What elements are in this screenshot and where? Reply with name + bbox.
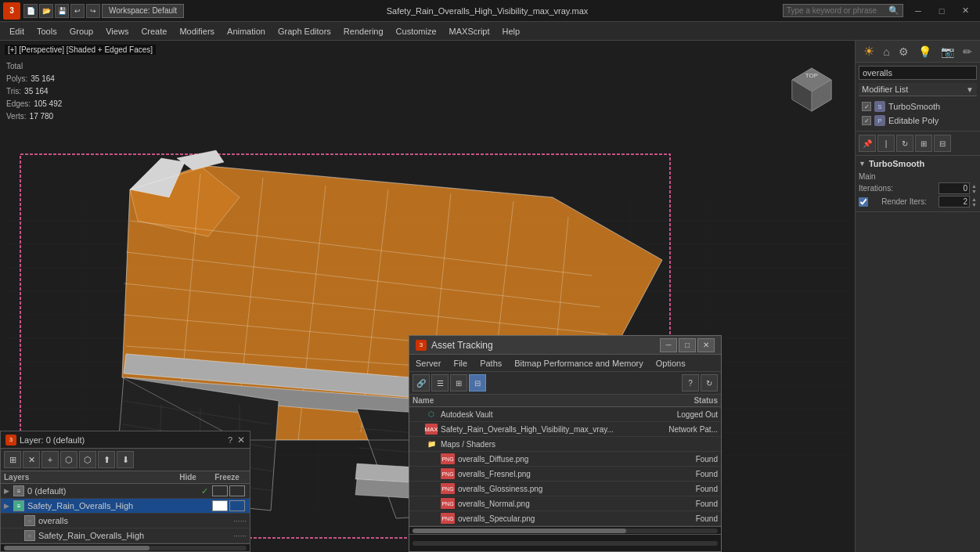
asset-row-specular[interactable]: PNG overalls_Specular.png Found [409, 511, 721, 526]
rp-select-button[interactable]: | [877, 135, 895, 152]
asset-row-main-file[interactable]: MAX Safety_Rain_Overalls_High_Visibility… [409, 422, 721, 437]
layers-move-up-button[interactable]: ⬆ [98, 451, 115, 468]
layers-add-button[interactable]: + [41, 451, 59, 468]
asset-scrollbar-thumb[interactable] [413, 529, 626, 533]
viewport-label[interactable]: [+] [Perspective] [Shaded + Edged Faces] [5, 45, 156, 55]
layers-scrollbar-thumb[interactable] [4, 546, 150, 550]
layer-expand-icon[interactable]: ▶ [4, 487, 13, 495]
iterations-up-arrow[interactable]: ▲ [971, 183, 977, 189]
layer-freeze-box[interactable] [229, 500, 245, 511]
asset-scrollbar[interactable] [409, 526, 721, 534]
undo-button[interactable]: ↩ [70, 4, 85, 18]
rp-icon-5[interactable]: 📷 [941, 45, 954, 58]
asset-row-glossiness[interactable]: PNG overalls_Glossiness.png Found [409, 482, 721, 496]
rp-icon-3[interactable]: ⚙ [899, 45, 909, 58]
rp-extra-button[interactable]: ⊟ [934, 135, 951, 152]
asset-menu-options[interactable]: Options [650, 357, 692, 370]
redo-button[interactable]: ↪ [86, 4, 100, 18]
menu-tools[interactable]: Tools [31, 25, 63, 38]
layers-delete-button[interactable]: ✕ [23, 451, 40, 468]
layer-row-0-default[interactable]: ▶ ≡ 0 (default) ✓ [1, 484, 250, 499]
layer-row-safety[interactable]: ▶ ≡ Safety_Rain_Overalls_High [1, 499, 250, 514]
asset-refresh-btn[interactable]: ↻ [701, 374, 718, 391]
rp-icon-4[interactable]: 💡 [918, 45, 931, 58]
asset-btn-1[interactable]: 🔗 [413, 374, 430, 391]
modifier-turbosmoooth[interactable]: ✓ S TurboSmooth [859, 99, 977, 114]
render-iters-input[interactable]: 2 [939, 196, 970, 207]
layer-freeze-box[interactable] [229, 485, 245, 496]
rp-icon-6[interactable]: ✏ [963, 45, 972, 58]
modifier-checkbox[interactable]: ✓ [862, 102, 871, 111]
layers-close-button[interactable]: ✕ [237, 435, 245, 446]
render-iters-up-arrow[interactable]: ▲ [971, 197, 977, 202]
section-collapse-icon[interactable]: ▼ [859, 160, 866, 168]
layers-scrollbar[interactable] [1, 543, 250, 551]
workspace-selector[interactable]: Workspace: Default [102, 4, 184, 18]
layer-hide-box[interactable] [212, 500, 228, 511]
maximize-button[interactable]: □ [930, 2, 953, 20]
layer-hide-box[interactable] [212, 485, 228, 496]
layers-select-button[interactable]: ⊞ [4, 451, 21, 468]
modifier-checkbox[interactable]: ✓ [862, 116, 871, 125]
layers-help-button[interactable]: ? [228, 435, 232, 445]
search-box[interactable]: 🔍 [783, 4, 903, 17]
menu-group[interactable]: Group [63, 25, 100, 38]
new-button[interactable]: 📄 [23, 4, 38, 18]
asset-btn-3[interactable]: ⊞ [450, 374, 467, 391]
iterations-input[interactable]: 0 [939, 182, 970, 194]
close-button[interactable]: ✕ [953, 2, 977, 20]
asset-row-diffuse[interactable]: PNG overalls_Diffuse.png Found [409, 452, 721, 467]
layers-add-selected-button[interactable]: ⬡ [60, 451, 77, 468]
rp-icon-1[interactable]: ☀ [863, 44, 874, 59]
modifier-list-dropdown-icon[interactable]: ▼ [966, 85, 974, 94]
rp-icon-2[interactable]: ⌂ [883, 45, 889, 58]
layers-remove-selected-button[interactable]: ⬡ [79, 451, 96, 468]
asset-menu-bitmap[interactable]: Bitmap Performance and Memory [508, 357, 649, 370]
search-input[interactable] [787, 6, 888, 15]
layer-expand-icon[interactable]: ▶ [4, 502, 13, 510]
layer-row-overalls[interactable]: ○ overalls ··· ··· [1, 514, 250, 529]
menu-views[interactable]: Views [99, 25, 135, 38]
menu-animation[interactable]: Animation [221, 25, 272, 38]
asset-row-normal[interactable]: PNG overalls_Normal.png Found [409, 496, 721, 511]
viewport-header[interactable]: [+] [Perspective] [Shaded + Edged Faces] [0, 41, 855, 58]
iterations-down-arrow[interactable]: ▼ [971, 189, 977, 194]
layer-row-safety-sub[interactable]: ○ Safety_Rain_Overalls_High ··· ··· [1, 529, 250, 543]
save-button[interactable]: 💾 [55, 4, 69, 18]
menu-rendering[interactable]: Rendering [337, 25, 390, 38]
asset-menu-file[interactable]: File [447, 357, 474, 370]
edges-value: 105 492 [34, 98, 62, 110]
asset-row-fresnel[interactable]: PNG overalls_Fresnel.png Found [409, 467, 721, 482]
menu-help[interactable]: Help [496, 25, 527, 38]
asset-row-vault[interactable]: ⬡ Autodesk Vault Logged Out [409, 407, 721, 422]
asset-minimize-button[interactable]: ─ [660, 338, 677, 352]
asset-menu-paths[interactable]: Paths [474, 357, 508, 370]
open-button[interactable]: 📂 [39, 4, 53, 18]
minimize-button[interactable]: ─ [906, 2, 930, 20]
asset-row-maps[interactable]: 📁 Maps / Shaders [409, 437, 721, 452]
modifier-search-input[interactable]: overalls [859, 66, 977, 80]
asset-help-btn[interactable]: ? [682, 374, 699, 391]
menu-maxscript[interactable]: MAXScript [443, 25, 496, 38]
menu-modifiers[interactable]: Modifiers [173, 25, 221, 38]
render-iters-checkbox[interactable] [859, 197, 868, 207]
asset-btn-4-active[interactable]: ⊟ [469, 374, 486, 391]
menu-edit[interactable]: Edit [3, 25, 31, 38]
rp-pin-button[interactable]: 📌 [859, 135, 876, 152]
modifier-editable-poly[interactable]: ✓ P Editable Poly [859, 114, 977, 128]
menu-customize[interactable]: Customize [390, 25, 443, 38]
navigation-cube[interactable]: TOP [784, 64, 839, 119]
asset-close-button[interactable]: ✕ [697, 338, 715, 352]
asset-maximize-button[interactable]: □ [679, 338, 696, 352]
modifier-list-selector[interactable]: Modifier List ▼ [859, 83, 977, 96]
menu-graph-editors[interactable]: Graph Editors [272, 25, 337, 38]
render-iters-down-arrow[interactable]: ▼ [971, 202, 977, 207]
menu-create[interactable]: Create [135, 25, 173, 38]
rp-scale-button[interactable]: ⊞ [915, 135, 932, 152]
viewport-3d[interactable]: [+] [Perspective] [Shaded + Edged Faces]… [0, 41, 855, 552]
layers-move-down-button[interactable]: ⬇ [117, 451, 134, 468]
asset-footer-scrollbar[interactable] [413, 541, 718, 546]
asset-menu-server[interactable]: Server [409, 357, 447, 370]
asset-btn-2[interactable]: ☰ [431, 374, 449, 391]
rp-rotate-button[interactable]: ↻ [896, 135, 913, 152]
